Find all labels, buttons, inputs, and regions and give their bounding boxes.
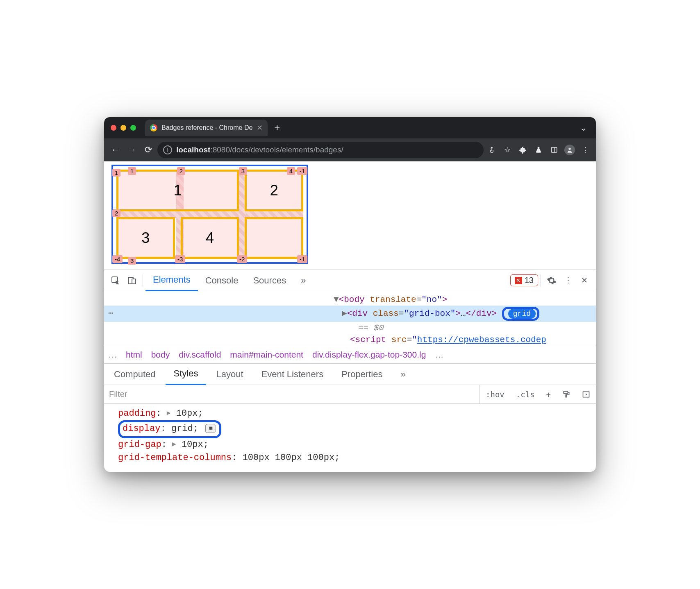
svg-rect-6 [564,391,568,393]
dom-line-div[interactable]: ▶<div class="grid-box">…</div> grid [104,306,596,322]
new-style-plus-icon[interactable]: + [541,385,557,403]
breadcrumb-item[interactable]: body [151,350,170,360]
grid-badge[interactable]: grid [508,309,536,319]
url-bar[interactable]: i localhost:8080/docs/devtools/elements/… [157,142,484,158]
tab-sources[interactable]: Sources [245,270,293,291]
paint-format-icon[interactable] [557,385,576,403]
toolbar: ← → ⟳ i localhost:8080/docs/devtools/ele… [104,138,596,161]
close-tab-icon[interactable]: ✕ [257,123,263,132]
display-grid-highlight: display: grid; ▦ [118,420,221,438]
grid-line-label: 4 [287,167,295,175]
titlebar: Badges reference - Chrome De ✕ + ⌄ [104,117,596,138]
grid-line-label: -1 [297,255,307,263]
grid-editor-icon[interactable]: ▦ [205,424,216,433]
svg-rect-0 [551,147,557,152]
css-decl-padding[interactable]: padding: ▶ 10px; [118,407,590,420]
traffic-lights [107,125,140,131]
grid-line-label: 3 [128,257,136,265]
breadcrumb-item[interactable]: div.display-flex.gap-top-300.lg [312,350,426,360]
tab-properties[interactable]: Properties [333,364,391,385]
bookmark-star-icon[interactable]: ☆ [501,143,514,156]
grid-line-label: -2 [237,255,247,263]
settings-gear-icon[interactable] [543,272,560,289]
extensions-puzzle-icon[interactable] [516,143,530,156]
maximize-window-button[interactable] [130,125,136,131]
dom-line-body[interactable]: ▼<body translate="no"> [104,294,596,306]
css-rules[interactable]: padding: ▶ 10px; display: grid; ▦ grid-g… [104,404,596,472]
grid-badge-highlight: grid [502,307,539,321]
devtools-tabbar: Elements Console Sources » ✕ 13 ⋮ ✕ [104,270,596,291]
grid-cell: 1 [116,170,239,211]
grid-line-label: 2 [177,167,185,175]
tab-layout[interactable]: Layout [208,364,251,385]
svg-rect-5 [132,279,136,284]
profile-avatar[interactable] [563,143,576,156]
close-window-button[interactable] [111,125,116,131]
url-text: localhost:8080/docs/devtools/elements/ba… [176,145,343,154]
grid-cell: 2 [245,170,303,211]
inspect-icon[interactable] [107,272,124,289]
labs-flask-icon[interactable] [532,143,545,156]
side-panel-icon[interactable] [548,143,561,156]
share-icon[interactable] [485,143,498,156]
breadcrumb-ellipsis-right[interactable]: … [435,350,443,360]
grid-line-label: -1 [297,167,307,175]
breadcrumbs[interactable]: … html body div.scaffold main#main-conte… [104,346,596,364]
kebab-menu-icon[interactable]: ⋮ [579,143,592,156]
tab-computed[interactable]: Computed [106,364,164,385]
svg-point-2 [568,148,570,150]
styles-filter-input[interactable]: Filter [104,385,480,403]
breadcrumb-ellipsis-left[interactable]: … [108,350,117,360]
styles-tabs-overflow-icon[interactable]: » [392,364,414,385]
browser-tab[interactable]: Badges reference - Chrome De ✕ [145,120,268,136]
dom-tree[interactable]: ▼<body translate="no"> ▶<div class="grid… [104,291,596,346]
grid-cell: 3 [116,217,175,259]
page-content: 1 2 3 4 1 1 2 3 4 -1 2 -4 3 -3 -2 -1 [104,161,596,270]
grid-line-label: 1 [128,167,136,175]
devtools-panel: Elements Console Sources » ✕ 13 ⋮ ✕ ▼<bo… [104,270,596,472]
grid-cell: 4 [181,217,239,259]
tab-search-button[interactable]: ⌄ [574,123,593,133]
tab-console[interactable]: Console [198,270,246,291]
error-x-icon: ✕ [515,277,522,284]
tab-title: Badges reference - Chrome De [161,124,252,131]
grid-line-label: 3 [239,167,247,175]
breadcrumb-item[interactable]: main#main-content [230,350,303,360]
minimize-window-button[interactable] [120,125,126,131]
forward-button[interactable]: → [125,143,139,157]
close-devtools-icon[interactable]: ✕ [576,272,593,289]
css-decl-grid-gap[interactable]: grid-gap: ▶ 10px; [118,438,590,451]
site-info-icon[interactable]: i [163,145,172,154]
browser-window: Badges reference - Chrome De ✕ + ⌄ ← → ⟳… [104,117,596,472]
devtools-kebab-icon[interactable]: ⋮ [560,272,576,289]
reload-button[interactable]: ⟳ [141,143,156,157]
dom-line-script[interactable]: <script src="https://cpwebassets.codep [104,334,596,346]
grid-line-label: -4 [112,255,123,263]
styles-filter-row: Filter :hov .cls + [104,385,596,404]
cls-button[interactable]: .cls [510,385,541,403]
styles-tabbar: Computed Styles Layout Event Listeners P… [104,364,596,385]
toggle-computed-icon[interactable] [576,385,596,403]
tab-elements[interactable]: Elements [145,270,198,291]
grid-line-label: -3 [175,255,185,263]
back-button[interactable]: ← [108,143,123,157]
grid-line-label: 1 [112,169,120,177]
breadcrumb-item[interactable]: html [126,350,142,360]
breadcrumb-item[interactable]: div.scaffold [179,350,221,360]
new-tab-button[interactable]: + [268,122,286,134]
hov-button[interactable]: :hov [480,385,510,403]
dom-eq-dollar: == $0 [104,322,596,334]
tabs-overflow-icon[interactable]: » [293,270,313,291]
chrome-favicon-icon [150,124,157,131]
tab-event-listeners[interactable]: Event Listeners [253,364,332,385]
grid-cell-empty [245,217,303,259]
device-toggle-icon[interactable] [124,272,140,289]
errors-badge[interactable]: ✕ 13 [510,274,538,286]
errors-count: 13 [525,276,534,285]
css-decl-display[interactable]: display: grid; ▦ [118,420,590,438]
tab-styles[interactable]: Styles [166,364,207,385]
grid-overlay: 1 2 3 4 1 1 2 3 4 -1 2 -4 3 -3 -2 -1 [111,165,308,264]
grid-line-label: 2 [112,209,120,217]
css-decl-gtc[interactable]: grid-template-columns: 100px 100px 100px… [118,451,590,464]
